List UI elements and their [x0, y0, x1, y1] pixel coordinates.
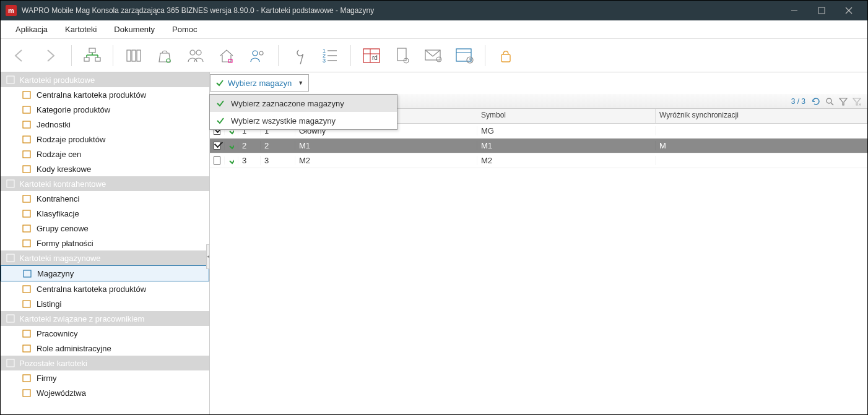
- calendar-rd-icon[interactable]: rd: [357, 43, 386, 68]
- main-panel: ◂ Wybierz magazyn ▼ Wybierz zaznaczone m…: [210, 72, 867, 415]
- dropdown-menu: Wybierz zaznaczone magazyny Wybierz wszy…: [209, 94, 397, 130]
- chevron-down-icon: ▼: [298, 80, 303, 86]
- dropdown-item-all[interactable]: Wybierz wszystkie magazyny: [210, 112, 397, 129]
- group-label: Kartoteki związane z pracownikiem: [19, 314, 144, 323]
- svg-rect-34: [456, 49, 471, 61]
- mail-check-icon[interactable]: [419, 43, 448, 68]
- minimize-button[interactable]: [781, 1, 808, 20]
- menu-bar: Aplikacja Kartoteki Dokumenty Pomoc: [1, 20, 867, 39]
- sidebar-group[interactable]: Pozostałe kartoteki: [1, 356, 209, 370]
- cell-symbol: M1: [477, 141, 656, 150]
- sidebar: Kartoteki produktoweCentralna kartoteka …: [1, 72, 210, 415]
- sidebar-group[interactable]: Kartoteki kontrahentowe: [1, 176, 209, 191]
- sidebar-item[interactable]: Pracownicy: [1, 326, 209, 341]
- table: 3 / 3 Lp Id Nazwa Symbol Wyróżnik synchr…: [210, 94, 867, 415]
- sidebar-group[interactable]: Kartoteki magazynowe: [1, 250, 209, 265]
- menu-dokumenty[interactable]: Dokumenty: [105, 22, 163, 36]
- svg-point-62: [827, 98, 831, 103]
- search-icon[interactable]: [824, 96, 835, 107]
- sidebar-item[interactable]: Kontrahenci: [1, 191, 209, 206]
- sidebar-item[interactable]: Kategorie produktów: [1, 102, 209, 117]
- sidebar-item[interactable]: Rodzaje produktów: [1, 132, 209, 147]
- people-icon: [22, 208, 32, 218]
- dropdown-label: Wybierz magazyn: [228, 79, 292, 88]
- people-icon: [22, 223, 32, 233]
- sidebar-item[interactable]: Województwa: [1, 385, 209, 400]
- bag-icon[interactable]: [150, 43, 179, 68]
- svg-rect-43: [23, 121, 30, 128]
- table-row[interactable]: 22M1M1M: [210, 139, 867, 153]
- cell-id: 2: [261, 141, 295, 150]
- menu-pomoc[interactable]: Pomoc: [163, 22, 206, 36]
- status-ok-icon: [225, 142, 238, 150]
- sidebar-group[interactable]: Kartoteki związane z pracownikiem: [1, 311, 209, 326]
- svg-rect-51: [23, 240, 30, 247]
- doc-plus-icon[interactable]: [388, 43, 417, 68]
- sidebar-item-label: Województwa: [37, 388, 86, 398]
- calendar-clock-icon[interactable]: [450, 43, 479, 68]
- row-checkbox[interactable]: [214, 156, 220, 165]
- sidebar-group[interactable]: Kartoteki produktowe: [1, 72, 209, 87]
- sidebar-item[interactable]: Jednostki: [1, 117, 209, 132]
- wrench-icon[interactable]: [285, 43, 313, 68]
- group-label: Kartoteki produktowe: [19, 75, 95, 85]
- nav-back-icon[interactable]: [6, 43, 34, 68]
- lock-icon[interactable]: [492, 43, 520, 68]
- nav-forward-icon[interactable]: [37, 43, 65, 68]
- home-icon: [22, 284, 32, 294]
- users-alt-icon[interactable]: [243, 43, 272, 68]
- table-row[interactable]: 33M2M2: [210, 153, 867, 168]
- group-icon: [6, 253, 15, 263]
- people-icon[interactable]: [181, 43, 210, 68]
- cell-symbol: MG: [477, 126, 656, 135]
- maximize-button[interactable]: [808, 1, 835, 20]
- refresh-icon[interactable]: [810, 96, 822, 107]
- cell-lp: 3: [238, 156, 261, 165]
- close-button[interactable]: [835, 1, 862, 20]
- sidebar-item[interactable]: Role administracyjne: [1, 341, 209, 356]
- col-symbol[interactable]: Symbol: [477, 109, 656, 123]
- sidebar-item[interactable]: Firmy: [1, 370, 209, 385]
- network-icon[interactable]: [78, 43, 106, 68]
- row-checkbox[interactable]: [214, 142, 220, 150]
- sidebar-item[interactable]: Rodzaje cen: [1, 147, 209, 161]
- svg-rect-44: [23, 136, 30, 143]
- dropdown-item-label: Wybierz wszystkie magazyny: [231, 116, 336, 126]
- group-icon: [6, 358, 15, 368]
- menu-kartoteki[interactable]: Kartoteki: [56, 22, 105, 36]
- filter-icon[interactable]: [838, 96, 849, 107]
- svg-rect-58: [23, 345, 30, 352]
- shield-icon: [22, 343, 32, 353]
- sidebar-item[interactable]: Centralna kartoteka produktów: [1, 281, 209, 296]
- sidebar-item-label: Centralna kartoteka produktów: [37, 285, 146, 294]
- cell-wyroznik: M: [656, 141, 867, 150]
- svg-rect-59: [7, 359, 14, 367]
- svg-point-15: [190, 50, 195, 55]
- home-icon[interactable]: [212, 43, 241, 68]
- svg-rect-6: [95, 58, 100, 61]
- svg-rect-46: [23, 166, 30, 173]
- sidebar-item-label: Firmy: [37, 374, 57, 383]
- box-icon: [22, 134, 32, 144]
- menu-aplikacja[interactable]: Aplikacja: [7, 22, 56, 36]
- svg-rect-57: [23, 330, 30, 337]
- files-icon[interactable]: [119, 43, 148, 68]
- col-wyroznik[interactable]: Wyróżnik synchronizacji: [656, 109, 867, 123]
- sidebar-item-label: Grupy cenowe: [37, 224, 89, 233]
- sidebar-item[interactable]: Kody kreskowe: [1, 161, 209, 176]
- svg-line-63: [831, 103, 833, 105]
- app-icon: m: [6, 5, 17, 16]
- sidebar-item[interactable]: Centralna kartoteka produktów: [1, 87, 209, 102]
- svg-rect-61: [23, 390, 30, 396]
- sidebar-item[interactable]: Grupy cenowe: [1, 221, 209, 236]
- filter-clear-icon[interactable]: [851, 96, 862, 107]
- svg-rect-45: [23, 151, 30, 158]
- dropdown-item-selected[interactable]: Wybierz zaznaczone magazyny: [210, 95, 397, 112]
- sidebar-item[interactable]: Formy płatności: [1, 236, 209, 250]
- select-warehouse-dropdown[interactable]: Wybierz magazyn ▼: [210, 74, 309, 92]
- list-numbered-icon[interactable]: 123: [316, 43, 344, 68]
- sidebar-item[interactable]: Listingi: [1, 296, 209, 311]
- sidebar-item[interactable]: Klasyfikacje: [1, 206, 209, 221]
- sidebar-item[interactable]: Magazyny: [1, 265, 209, 281]
- sidebar-item-label: Kody kreskowe: [37, 165, 91, 174]
